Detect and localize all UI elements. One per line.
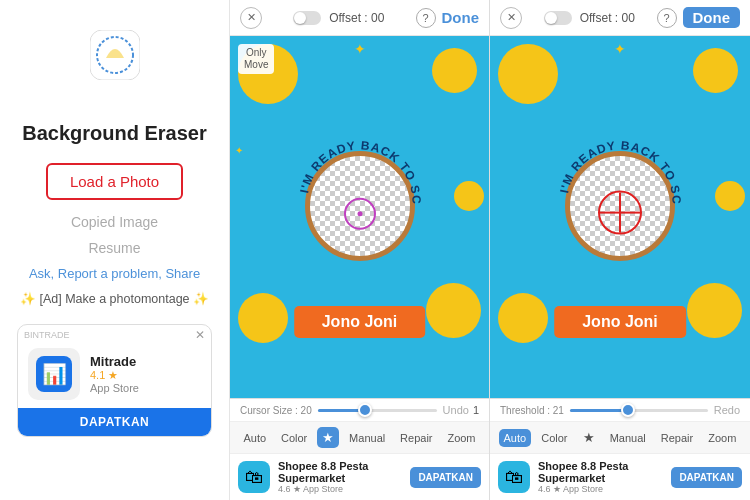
promo-row[interactable]: ✨ [Ad] Make a photomontage ✨: [20, 291, 209, 306]
right-ad-bottom: 🛍 Shopee 8.8 Pesta Supermarket 4.6 ★ App…: [490, 453, 750, 500]
ad-stars: 4.1 ★: [90, 369, 201, 382]
middle-ad-cta[interactable]: DAPATKAN: [410, 467, 481, 488]
middle-slider-thumb[interactable]: [358, 403, 372, 417]
left-panel: Background Eraser Load a Photo Copied Im…: [0, 0, 230, 500]
ad-cta-button[interactable]: DAPATKAN: [18, 408, 211, 436]
cursor-dot: [357, 211, 362, 216]
star-deco-1: ✦: [354, 41, 366, 57]
tool-color[interactable]: Color: [276, 429, 312, 447]
tool-repair[interactable]: Repair: [395, 429, 437, 447]
right-ad-title: Shopee 8.8 Pesta Supermarket: [538, 460, 663, 484]
right-blob-1: [498, 44, 558, 104]
ad-image: 📊: [28, 348, 80, 400]
right-close-button[interactable]: ✕: [500, 7, 522, 29]
ad-card: BINTRADE ✕ 📊 Mitrade 4.1 ★ App Store DAP…: [17, 324, 212, 437]
right-slider-track[interactable]: [570, 409, 708, 412]
tool-star[interactable]: ★: [317, 427, 339, 448]
right-tool-manual[interactable]: Manual: [605, 429, 651, 447]
middle-slider-track[interactable]: [318, 409, 437, 412]
right-tool-auto[interactable]: Auto: [499, 429, 532, 447]
middle-tool-bar: Auto Color ★ Manual Repair Zoom: [230, 422, 489, 453]
right-tool-color[interactable]: Color: [536, 429, 572, 447]
right-done-button[interactable]: Done: [683, 7, 741, 28]
right-phone-header: ✕ Offset : 00 ? Done: [490, 0, 750, 36]
right-slider-label: Threshold : 21: [500, 405, 564, 416]
right-slider-row: Threshold : 21 Redo: [490, 399, 750, 422]
middle-undo-redo: Undo 1: [443, 404, 479, 416]
copied-image-option[interactable]: Copied Image: [71, 214, 158, 230]
ad-body: 📊 Mitrade 4.1 ★ App Store: [18, 342, 211, 408]
star-deco-3: ✦: [235, 145, 243, 156]
right-tool-zoom[interactable]: Zoom: [703, 429, 741, 447]
cursor-circle: [344, 198, 376, 230]
right-slider-thumb[interactable]: [621, 403, 635, 417]
right-cursor-crosshair: [598, 191, 642, 235]
blob-5: [454, 181, 484, 211]
middle-ad-bottom: 🛍 Shopee 8.8 Pesta Supermarket 4.6 ★ App…: [230, 453, 489, 500]
links-row[interactable]: Ask, Report a problem, Share: [29, 266, 200, 281]
right-tool-repair[interactable]: Repair: [656, 429, 698, 447]
middle-toolbar: Cursor Size : 20 Undo 1 Auto Color ★ Man…: [230, 398, 489, 500]
right-blob-5: [715, 181, 745, 211]
right-offset-label: Offset : 00: [580, 11, 635, 25]
middle-canvas[interactable]: ✦ ✦ ✦ I'M READY BACK TO SCHOOL OnlyMove …: [230, 36, 489, 398]
ad-top-bar: BINTRADE ✕: [18, 325, 211, 342]
middle-ad-sub: 4.6 ★ App Store: [278, 484, 402, 494]
tool-auto[interactable]: Auto: [238, 429, 271, 447]
middle-ad-icon: 🛍: [238, 461, 270, 493]
middle-phone-panel: ✕ Offset : 00 ? Done ✦ ✦ ✦: [230, 0, 490, 500]
blob-3: [238, 293, 288, 343]
right-tool-star[interactable]: ★: [578, 427, 600, 448]
undo-button[interactable]: Undo: [443, 404, 469, 416]
blob-4: [426, 283, 481, 338]
ad-store: App Store: [90, 382, 201, 394]
right-blob-4: [687, 283, 742, 338]
tool-manual[interactable]: Manual: [344, 429, 390, 447]
ad-brand: Mitrade: [90, 354, 201, 369]
load-photo-button[interactable]: Load a Photo: [46, 163, 183, 200]
right-slider-fill: [570, 409, 628, 412]
app-icon: [90, 30, 140, 80]
right-jono-name-bar: Jono Joni: [554, 306, 686, 338]
right-blob-3: [498, 293, 548, 343]
right-ad-icon: 🛍: [498, 461, 530, 493]
tool-zoom[interactable]: Zoom: [442, 429, 480, 447]
right-ad-cta[interactable]: DAPATKAN: [671, 467, 742, 488]
right-toolbar: Threshold : 21 Redo Auto Color ★ Manual …: [490, 398, 750, 500]
middle-offset-label: Offset : 00: [329, 11, 384, 25]
right-ad-sub: 4.6 ★ App Store: [538, 484, 663, 494]
middle-slider-row: Cursor Size : 20 Undo 1: [230, 399, 489, 422]
right-help-button[interactable]: ?: [657, 8, 677, 28]
jono-name-bar: Jono Joni: [294, 306, 426, 338]
middle-help-button[interactable]: ?: [416, 8, 436, 28]
right-tool-bar: Auto Color ★ Manual Repair Zoom: [490, 422, 750, 453]
ad-info: Mitrade 4.1 ★ App Store: [90, 354, 201, 394]
redo-button[interactable]: Redo: [714, 404, 740, 416]
svg-text:I'M READY BACK TO SCHOOL: I'M READY BACK TO SCHOOL: [287, 130, 423, 205]
middle-phone-header: ✕ Offset : 00 ? Done: [230, 0, 489, 36]
middle-done-button[interactable]: Done: [442, 9, 480, 26]
right-canvas[interactable]: ✦ ✦ I'M READY BACK TO SCHOOL Jono Joni: [490, 36, 750, 398]
right-phone-panel: ✕ Offset : 00 ? Done ✦ ✦ I'M RE: [490, 0, 750, 500]
undo-count: 1: [473, 404, 479, 416]
right-star-deco-1: ✦: [614, 41, 626, 57]
middle-ad-title: Shopee 8.8 Pesta Supermarket: [278, 460, 402, 484]
blob-2: [432, 48, 477, 93]
resume-option[interactable]: Resume: [88, 240, 140, 256]
only-move-badge: OnlyMove: [238, 44, 274, 74]
crosshair-vertical: [619, 193, 621, 233]
right-undo-redo: Redo: [714, 404, 740, 416]
middle-slider-label: Cursor Size : 20: [240, 405, 312, 416]
ad-label: BINTRADE: [24, 330, 70, 340]
close-ad-icon[interactable]: ✕: [195, 328, 205, 342]
middle-ad-text: Shopee 8.8 Pesta Supermarket 4.6 ★ App S…: [278, 460, 402, 494]
right-ad-text: Shopee 8.8 Pesta Supermarket 4.6 ★ App S…: [538, 460, 663, 494]
svg-text:📊: 📊: [42, 362, 67, 386]
app-title: Background Eraser: [22, 122, 207, 145]
right-blob-2: [693, 48, 738, 93]
middle-close-button[interactable]: ✕: [240, 7, 262, 29]
